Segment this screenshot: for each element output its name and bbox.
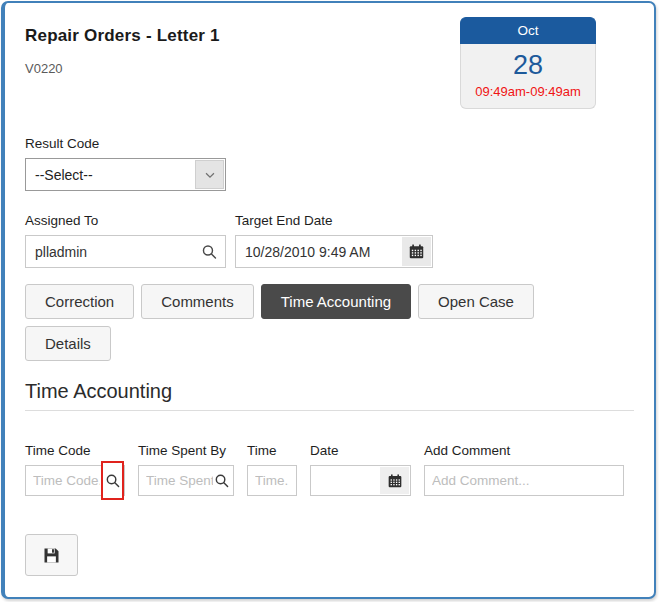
date-card-day: 28 (461, 44, 595, 81)
assigned-to-field: Assigned To (25, 213, 226, 268)
date-card-time-range: 09:49am-09:49am (461, 84, 595, 99)
section-heading: Time Accounting (25, 380, 634, 403)
section-tabs-row-1: Correction Comments Time Accounting Open… (25, 284, 634, 319)
time-input[interactable] (247, 465, 297, 496)
date-card-body: 28 09:49am-09:49am (460, 44, 596, 109)
page-subtitle: V0220 (25, 61, 220, 76)
time-spent-by-field: Time Spent By (138, 443, 234, 496)
search-icon (214, 473, 230, 489)
assigned-to-label: Assigned To (25, 213, 226, 228)
tab-time-accounting[interactable]: Time Accounting (261, 284, 411, 319)
date-card: Oct 28 09:49am-09:49am (460, 17, 596, 109)
add-comment-field: Add Comment (424, 443, 624, 496)
time-code-search-button[interactable] (101, 461, 124, 500)
target-end-date-field: Target End Date (235, 213, 433, 268)
floppy-disk-icon (41, 545, 62, 566)
date-field: Date (310, 443, 411, 496)
time-spent-by-search-button[interactable] (213, 472, 231, 490)
calendar-icon[interactable] (402, 237, 431, 266)
save-button[interactable] (25, 534, 78, 576)
header: Repair Orders - Letter 1 V0220 Oct 28 09… (25, 3, 634, 109)
result-code-label: Result Code (25, 136, 634, 151)
time-code-label: Time Code (25, 443, 125, 458)
calendar-icon[interactable] (380, 467, 409, 494)
title-block: Repair Orders - Letter 1 V0220 (25, 17, 220, 76)
time-entry-row: Time Code Time Spent By Time (25, 443, 634, 496)
tab-details[interactable]: Details (25, 326, 111, 361)
page-title: Repair Orders - Letter 1 (25, 17, 220, 46)
time-field: Time (247, 443, 297, 496)
search-icon[interactable] (201, 243, 218, 260)
section-tabs-row-2: Details (25, 326, 634, 361)
tab-comments[interactable]: Comments (141, 284, 254, 319)
date-label: Date (310, 443, 411, 458)
time-code-field: Time Code (25, 443, 125, 496)
date-card-month: Oct (460, 17, 596, 44)
search-icon (105, 473, 121, 489)
tab-open-case[interactable]: Open Case (418, 284, 534, 319)
target-end-date-label: Target End Date (235, 213, 433, 228)
tab-correction[interactable]: Correction (25, 284, 134, 319)
section-divider (25, 410, 634, 411)
chevron-down-icon[interactable] (195, 160, 224, 189)
repair-orders-window: Repair Orders - Letter 1 V0220 Oct 28 09… (1, 1, 656, 599)
time-label: Time (247, 443, 297, 458)
result-code-select[interactable]: --Select-- (25, 158, 226, 191)
result-code-field: Result Code --Select-- (25, 136, 634, 191)
assignment-row: Assigned To Target End Date (25, 213, 634, 268)
add-comment-input[interactable] (424, 465, 624, 496)
result-code-selected-value: --Select-- (26, 167, 195, 183)
assigned-to-input[interactable] (25, 235, 226, 268)
add-comment-label: Add Comment (424, 443, 624, 458)
time-spent-by-label: Time Spent By (138, 443, 234, 458)
